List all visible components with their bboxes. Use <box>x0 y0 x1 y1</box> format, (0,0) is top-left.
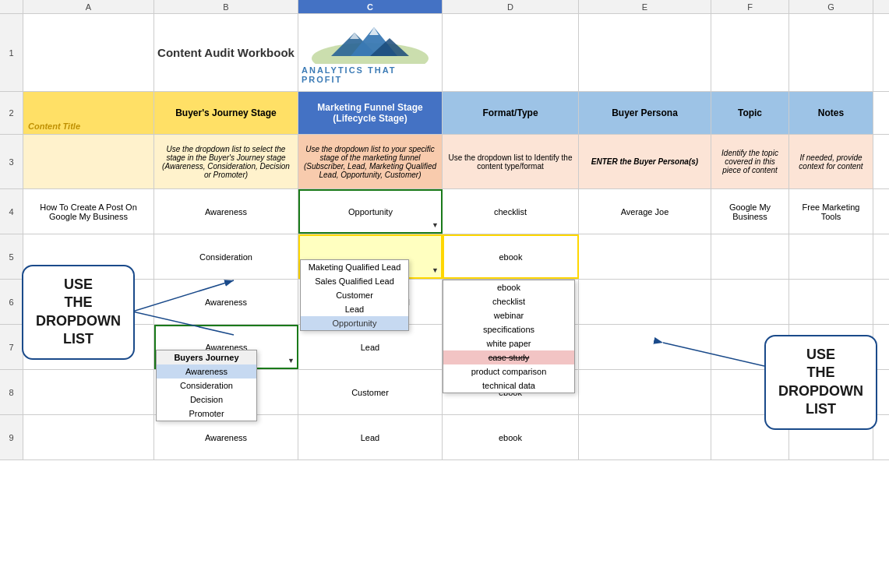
col-letter-e: E <box>579 0 711 13</box>
workbook-title-cell: Content Audit Workbook <box>154 14 298 91</box>
data-row-1: 4 How To Create A Post On Google My Busi… <box>0 189 889 234</box>
row1-title: How To Create A Post On Google My Busine… <box>23 189 154 234</box>
row2-marketing-stage[interactable]: ▼ Maketing Qualified Lead Sales Qualifie… <box>298 234 443 279</box>
dropdown-arrow-4b[interactable]: ▼ <box>288 357 295 364</box>
logo-cell: ANALYTICS THAT PROFIT <box>298 14 443 91</box>
right-arrow-svg <box>609 327 764 405</box>
format-item-case-study[interactable]: case study <box>443 350 574 364</box>
row1-marketing-stage[interactable]: Opportunity ▼ <box>298 189 443 234</box>
content-title-cell: Content Title <box>23 92 154 134</box>
format-item-technical-data[interactable]: technical data <box>443 379 574 393</box>
row3-notes <box>789 280 873 324</box>
marketing-funnel-header: Marketing Funnel Stage (Lifecycle Stage) <box>298 92 443 134</box>
logo-svg <box>308 21 432 64</box>
buyers-header: Buyers Journey <box>157 350 256 364</box>
col-letter-g: G <box>789 0 873 13</box>
row-num-1: 1 <box>0 14 23 91</box>
svg-line-9 <box>663 343 764 366</box>
instr-b: Use the dropdown list to select the stag… <box>154 135 298 188</box>
instr-e: ENTER the Buyer Persona(s) <box>579 135 711 188</box>
header-a <box>23 14 154 91</box>
row2-topic <box>711 234 789 279</box>
row-num-4: 4 <box>0 189 23 234</box>
row-num-2: 2 <box>0 92 23 134</box>
buyers-journey-header: Buyer's Journey Stage <box>154 92 298 134</box>
instructions-row: 3 Use the dropdown list to select the st… <box>0 135 889 189</box>
header-row: 1 Content Audit Workbook ANALYTICS THAT … <box>0 14 889 92</box>
instr-g: If needed, provide context for content <box>789 135 873 188</box>
svg-marker-4 <box>369 27 379 35</box>
instr-c: Use the dropdown list to your specific s… <box>298 135 443 188</box>
instr-d: Use the dropdown list to Identify the co… <box>443 135 579 188</box>
instr-a <box>23 135 154 188</box>
row3-topic <box>711 280 789 324</box>
row6-title <box>23 415 154 459</box>
callout-right: USE THE DROPDOWN LIST <box>764 335 877 430</box>
dropdown-arrow-2c[interactable]: ▼ <box>432 266 439 274</box>
row1-format[interactable]: checklist <box>443 189 579 234</box>
svg-line-6 <box>132 280 234 312</box>
format-dropdown[interactable]: ebook checklist webinar specifications w… <box>443 280 575 393</box>
header-e <box>579 14 711 91</box>
row5-marketing-stage[interactable]: Customer <box>298 370 443 414</box>
col-letter-d: D <box>443 0 579 13</box>
format-type-header: Format/Type <box>443 92 579 134</box>
row1-topic: Google My Business <box>711 189 789 234</box>
col-letter-c: C <box>298 0 443 13</box>
data-row-6: 9 Awareness Lead ebook <box>0 415 889 460</box>
corner-cell <box>0 0 23 13</box>
svg-marker-5 <box>350 33 359 39</box>
col-letter-b: B <box>154 0 298 13</box>
format-item-ebook[interactable]: ebook <box>443 280 574 294</box>
row6-format[interactable]: ebook <box>443 415 579 459</box>
row-num-9: 9 <box>0 415 23 459</box>
col-labels-row: 2 Content Title Buyer's Journey Stage Ma… <box>0 92 889 135</box>
content-title-label: Content Title <box>28 121 80 131</box>
buyers-item-awareness[interactable]: Awareness <box>157 364 256 379</box>
row6-marketing-stage[interactable]: Lead <box>298 415 443 459</box>
row6-buyers-stage[interactable]: Awareness <box>154 415 298 459</box>
column-letters-row: A B C D E F G <box>0 0 889 14</box>
row-num-5: 5 <box>0 234 23 279</box>
row1-notes: Free Marketing Tools <box>789 189 873 234</box>
row3-persona <box>579 280 711 324</box>
row-num-8: 8 <box>0 370 23 414</box>
dropdown-arrow-1c[interactable]: ▼ <box>432 221 439 229</box>
buyers-dropdown[interactable]: Buyers Journey Awareness Consideration D… <box>156 350 257 421</box>
format-item-product-comparison[interactable]: product comparison <box>443 364 574 379</box>
row2-persona <box>579 234 711 279</box>
format-item-checklist[interactable]: checklist <box>443 294 574 308</box>
notes-header: Notes <box>789 92 873 134</box>
buyers-item-decision[interactable]: Decision <box>157 393 256 407</box>
dropdown-item-mql[interactable]: Maketing Qualified Lead <box>301 260 408 274</box>
marketing-dropdown[interactable]: Maketing Qualified Lead Sales Qualified … <box>300 259 409 331</box>
dropdown-item-opportunity[interactable]: Opportunity <box>301 316 408 330</box>
workbook-title: Content Audit Workbook <box>157 44 295 61</box>
header-g <box>789 14 873 91</box>
header-d <box>443 14 579 91</box>
row-num-6: 6 <box>0 280 23 324</box>
buyers-item-promoter[interactable]: Promoter <box>157 407 256 421</box>
row5-title <box>23 370 154 414</box>
format-item-white-paper[interactable]: white paper <box>443 336 574 350</box>
dropdown-item-lead[interactable]: Lead <box>301 302 408 316</box>
left-arrow-svg <box>132 257 288 350</box>
dropdown-item-customer[interactable]: Customer <box>301 288 408 302</box>
dropdown-item-sql[interactable]: Sales Qualified Lead <box>301 274 408 288</box>
format-item-specifications[interactable]: specifications <box>443 322 574 336</box>
row-num-7: 7 <box>0 325 23 369</box>
col-letter-a: A <box>23 0 154 13</box>
row4-marketing-stage[interactable]: Lead <box>298 325 443 369</box>
row-num-3: 3 <box>0 135 23 188</box>
row2-format[interactable]: ebook <box>443 234 579 279</box>
row2-notes <box>789 234 873 279</box>
buyer-persona-header: Buyer Persona <box>579 92 711 134</box>
row1-buyers-stage[interactable]: Awareness <box>154 189 298 234</box>
row3-format[interactable]: ebook checklist webinar specifications w… <box>443 280 579 324</box>
analytics-text: ANALYTICS THAT PROFIT <box>302 65 439 84</box>
buyers-item-consideration[interactable]: Consideration <box>157 379 256 393</box>
format-item-webinar[interactable]: webinar <box>443 308 574 322</box>
header-f <box>711 14 789 91</box>
callout-left: USE THE DROPDOWN LIST <box>22 265 135 360</box>
col-letter-f: F <box>711 0 789 13</box>
